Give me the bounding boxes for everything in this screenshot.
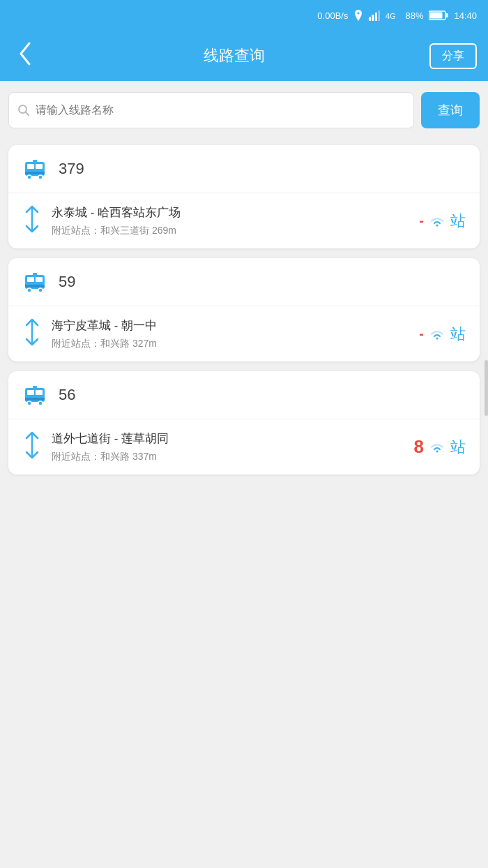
stop-label: 站 xyxy=(450,324,466,345)
route-right: - 站 xyxy=(419,324,466,345)
svg-rect-19 xyxy=(27,277,34,282)
route-card-body: 海宁皮革城 - 朝一中 附近站点：和兴路 327m - 站 xyxy=(8,306,480,361)
svg-rect-6 xyxy=(430,13,443,19)
route-nearby: 附近站点：和兴路 327m xyxy=(52,338,157,350)
search-input-wrap[interactable] xyxy=(8,92,414,128)
stop-label: 站 xyxy=(450,211,466,232)
svg-rect-7 xyxy=(446,13,448,17)
svg-rect-13 xyxy=(25,172,45,174)
scrollbar xyxy=(485,360,488,416)
route-right: 8 站 xyxy=(414,436,466,458)
route-info: 道外七道街 - 莲草胡同 附近站点：和兴路 337m xyxy=(22,431,169,463)
page-title: 线路查询 xyxy=(39,45,429,66)
route-name: 永泰城 - 哈西客站东广场 xyxy=(52,204,181,220)
svg-rect-21 xyxy=(25,285,45,287)
svg-point-23 xyxy=(38,288,43,292)
route-number: 379 xyxy=(59,160,84,178)
bus-icon xyxy=(22,156,47,181)
battery-icon xyxy=(429,10,448,20)
stop-count: - xyxy=(419,326,424,342)
main-content: 查询 379 xyxy=(0,81,488,480)
search-button[interactable]: 查询 xyxy=(421,92,480,128)
svg-point-14 xyxy=(27,175,31,179)
signal-icon xyxy=(369,10,380,21)
route-card-header: 56 xyxy=(8,371,480,419)
network-speed: 0.00B/s xyxy=(317,10,348,21)
battery-percent: 88% xyxy=(405,10,423,21)
4g-icon: 4G xyxy=(386,10,399,20)
wifi-signal-icon xyxy=(428,214,446,228)
route-card-header: 379 xyxy=(8,145,480,193)
route-right: - 站 xyxy=(419,211,466,232)
svg-rect-29 xyxy=(25,398,45,401)
bus-icon xyxy=(22,269,47,294)
route-card-379[interactable]: 379 永泰城 - 哈西客站东广场 附近站点：和兴三道街 269m xyxy=(8,145,480,248)
location-icon xyxy=(353,10,363,21)
status-bar: 0.00B/s 4G 88% 14:40 xyxy=(0,0,488,31)
route-number: 59 xyxy=(59,273,75,291)
bus-icon xyxy=(22,382,47,407)
wifi-signal-icon xyxy=(428,327,446,341)
svg-point-30 xyxy=(27,401,31,405)
route-details: 永泰城 - 哈西客站东广场 附近站点：和兴三道街 269m xyxy=(52,204,181,237)
svg-point-31 xyxy=(38,401,43,405)
route-card-body: 道外七道街 - 莲草胡同 附近站点：和兴路 337m 8 站 xyxy=(8,419,480,474)
route-list: 379 永泰城 - 哈西客站东广场 附近站点：和兴三道街 269m xyxy=(0,140,488,480)
route-name: 道外七道街 - 莲草胡同 xyxy=(52,431,169,447)
svg-rect-24 xyxy=(33,273,37,276)
wifi-signal-icon xyxy=(428,440,446,454)
svg-rect-3 xyxy=(379,10,381,21)
svg-rect-32 xyxy=(33,386,37,389)
search-input[interactable] xyxy=(36,104,405,117)
back-button[interactable] xyxy=(11,40,39,72)
svg-rect-11 xyxy=(27,164,34,169)
svg-point-15 xyxy=(38,175,43,179)
route-card-56[interactable]: 56 道外七道街 - 莲草胡同 附近站点：和兴路 337m xyxy=(8,371,480,474)
header: 线路查询 分享 xyxy=(0,31,488,81)
svg-rect-12 xyxy=(36,164,43,169)
route-info: 永泰城 - 哈西客站东广场 附近站点：和兴三道街 269m xyxy=(22,204,181,237)
route-details: 海宁皮革城 - 朝一中 附近站点：和兴路 327m xyxy=(52,317,157,350)
direction-icon xyxy=(22,205,42,237)
stop-count: 8 xyxy=(414,436,424,458)
svg-line-9 xyxy=(26,112,29,116)
route-card-body: 永泰城 - 哈西客站东广场 附近站点：和兴三道街 269m - 站 xyxy=(8,193,480,248)
search-icon xyxy=(17,104,30,117)
direction-icon xyxy=(22,318,42,350)
route-nearby: 附近站点：和兴三道街 269m xyxy=(52,225,181,237)
route-name: 海宁皮革城 - 朝一中 xyxy=(52,317,157,334)
svg-rect-0 xyxy=(369,17,371,21)
search-bar: 查询 xyxy=(0,81,488,140)
svg-rect-28 xyxy=(36,390,43,395)
svg-rect-20 xyxy=(36,277,43,282)
route-info: 海宁皮革城 - 朝一中 附近站点：和兴路 327m xyxy=(22,317,157,350)
time: 14:40 xyxy=(454,10,477,21)
stop-label: 站 xyxy=(450,437,466,458)
share-button[interactable]: 分享 xyxy=(429,43,477,69)
stop-count: - xyxy=(419,213,424,229)
svg-rect-27 xyxy=(27,390,34,395)
route-number: 56 xyxy=(59,386,75,404)
svg-point-22 xyxy=(27,288,31,292)
route-card-59[interactable]: 59 海宁皮革城 - 朝一中 附近站点：和兴路 327m xyxy=(8,258,480,361)
svg-rect-2 xyxy=(375,13,377,21)
route-details: 道外七道街 - 莲草胡同 附近站点：和兴路 337m xyxy=(52,431,169,463)
svg-rect-1 xyxy=(372,15,374,21)
svg-text:4G: 4G xyxy=(386,12,396,20)
route-nearby: 附近站点：和兴路 337m xyxy=(52,451,169,463)
svg-rect-16 xyxy=(33,160,37,163)
direction-icon xyxy=(22,431,42,463)
route-card-header: 59 xyxy=(8,258,480,306)
